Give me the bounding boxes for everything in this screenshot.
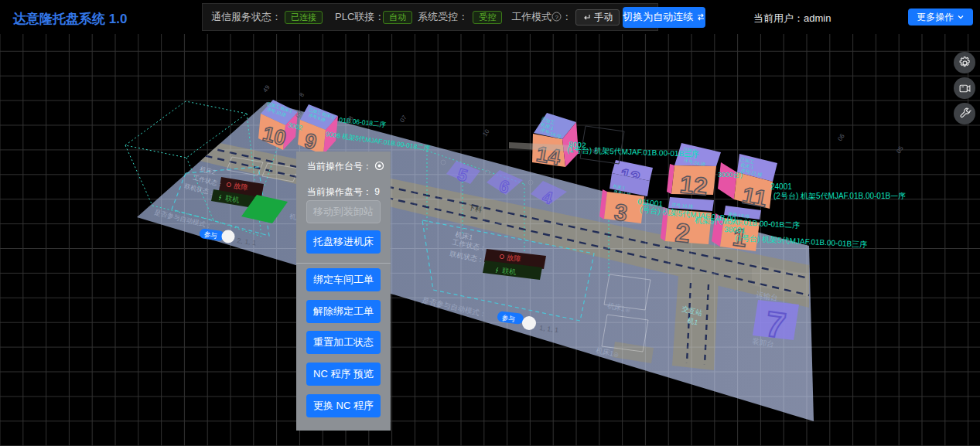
svg-text:11: 11 <box>740 182 769 211</box>
svg-text:12: 12 <box>678 170 709 201</box>
svg-text:?: ? <box>555 14 559 21</box>
svg-text:3000台): 3000台) <box>718 171 743 179</box>
svg-text:(2号台) 机架5代MJAF.01B.00-01B一序: (2号台) 机架5代MJAF.01B.00-01B一序 <box>773 192 906 200</box>
svg-text:参与: 参与 <box>501 314 516 323</box>
svg-text:24001: 24001 <box>770 182 792 191</box>
svg-text:2: 2 <box>674 217 691 248</box>
